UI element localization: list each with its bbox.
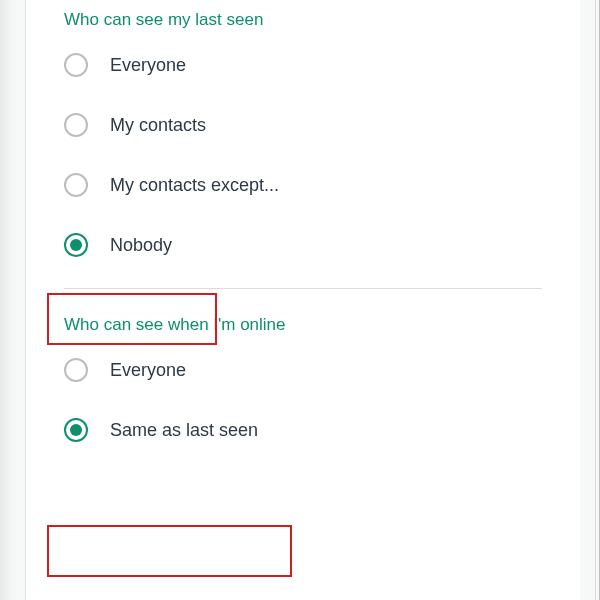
radio-icon: [64, 358, 88, 382]
radio-icon: [64, 173, 88, 197]
radio-label: Everyone: [110, 55, 186, 76]
section-divider: [64, 288, 542, 289]
viewport: Who can see my last seen Everyone My con…: [0, 0, 600, 600]
radio-last-seen-nobody[interactable]: Nobody: [64, 232, 580, 258]
radio-icon: [64, 113, 88, 137]
radio-online-same-as-last-seen[interactable]: Same as last seen: [64, 417, 580, 443]
radio-label: Everyone: [110, 360, 186, 381]
radio-label: My contacts except...: [110, 175, 279, 196]
settings-panel: Who can see my last seen Everyone My con…: [25, 0, 580, 600]
radio-online-everyone[interactable]: Everyone: [64, 357, 580, 383]
section-title-online: Who can see when I'm online: [64, 309, 580, 335]
radio-last-seen-everyone[interactable]: Everyone: [64, 52, 580, 78]
radio-label: Nobody: [110, 235, 172, 256]
radio-label: Same as last seen: [110, 420, 258, 441]
section-title-last-seen: Who can see my last seen: [64, 4, 580, 30]
radio-icon-selected: [64, 233, 88, 257]
radio-last-seen-my-contacts-except[interactable]: My contacts except...: [64, 172, 580, 198]
radio-icon-selected: [64, 418, 88, 442]
radio-icon: [64, 53, 88, 77]
radio-last-seen-my-contacts[interactable]: My contacts: [64, 112, 580, 138]
scrollbar-track-edge: [595, 0, 596, 600]
annotation-highlight-same-as-last-seen: [47, 525, 292, 577]
radio-label: My contacts: [110, 115, 206, 136]
